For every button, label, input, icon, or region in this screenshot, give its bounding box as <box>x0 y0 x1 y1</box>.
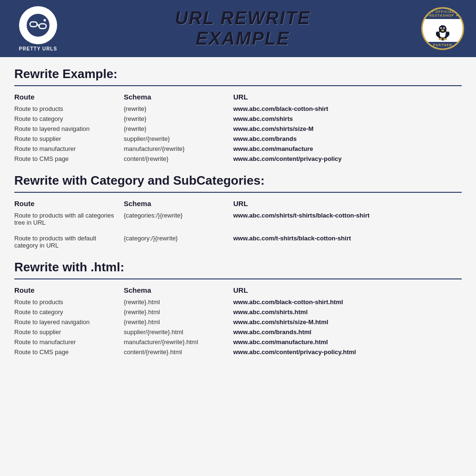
table-row: Route to layered navigation{rewrite}www.… <box>14 124 462 134</box>
schema-cell: {category:/}{rewrite} <box>124 230 233 250</box>
col-2-header-route: Route <box>14 198 124 210</box>
section-rewrite-html: Rewrite with .html: Route Schema URL Rou… <box>14 260 462 357</box>
route-cell: Route to category <box>14 307 124 317</box>
url-cell: www.abc.com/black-cotton-shirt.html <box>233 297 462 307</box>
col-2-header-url: URL <box>233 198 462 210</box>
route-cell: Route to products <box>14 104 124 114</box>
route-cell: Route to manufacturer <box>14 144 124 154</box>
url-cell: www.abc.com/shirts/t-shirts/black-cotton… <box>233 210 462 230</box>
route-cell: Route to supplier <box>14 327 124 337</box>
schema-cell: {rewrite}.html <box>124 297 233 307</box>
schema-cell: manufacturer/{rewrite} <box>124 144 233 154</box>
main-title: URL REWRITE EXAMPLE <box>67 8 419 49</box>
col-3-header-schema: Schema <box>124 284 233 297</box>
partner-badge: ✦ OFFICIAL PRESTASHOP ✦ ✦ PARTNER <box>419 5 466 52</box>
section-2-title: Rewrite with Category and SubCategories: <box>14 173 462 188</box>
col-3-header-route: Route <box>14 284 124 297</box>
section-rewrite-category: Rewrite with Category and SubCategories:… <box>14 173 462 250</box>
section-3-divider <box>14 278 462 279</box>
section-1-table: Route Schema URL Route to products{rewri… <box>14 91 462 164</box>
svg-point-12 <box>441 30 444 31</box>
url-cell: www.abc.com/content/privacy-policy <box>233 154 462 164</box>
route-cell: Route to CMS page <box>14 154 124 164</box>
url-cell: www.abc.com/content/privacy-policy.html <box>233 347 462 357</box>
route-cell: Route to products <box>14 297 124 307</box>
col-3-header-url: URL <box>233 284 462 297</box>
url-cell: www.abc.com/shirts/size-M <box>233 124 462 134</box>
schema-cell: manufacturer/{rewrite}.html <box>124 337 233 347</box>
schema-cell: {rewrite}.html <box>124 317 233 327</box>
svg-point-15 <box>438 38 442 40</box>
schema-cell: supplier/{rewrite} <box>124 134 233 144</box>
logo-area: PRETTY URLS <box>10 6 67 51</box>
url-cell: www.abc.com/shirts/size-M.html <box>233 317 462 327</box>
table-row: Route to products with all categories tr… <box>14 210 462 230</box>
badge-mascot <box>432 21 454 43</box>
url-cell: www.abc.com/t-shirts/black-cotton-shirt <box>233 230 462 250</box>
url-cell: www.abc.com/manufacture.html <box>233 337 462 347</box>
section-1-title: Rewrite Example: <box>14 67 462 81</box>
route-cell: Route to supplier <box>14 134 124 144</box>
url-cell: www.abc.com/brands.html <box>233 327 462 337</box>
logo-icon <box>26 13 50 37</box>
table-row: Route to manufacturermanufacturer/{rewri… <box>14 144 462 154</box>
logo-text: PRETTY URLS <box>19 46 57 51</box>
route-cell: Route to products with all categories tr… <box>14 210 124 230</box>
table-2-header-row: Route Schema URL <box>14 198 462 210</box>
header: PRETTY URLS URL REWRITE EXAMPLE ✦ OFFICI… <box>0 0 476 57</box>
url-cell: www.abc.com/shirts <box>233 114 462 124</box>
col-header-route: Route <box>14 91 124 104</box>
table-row: Route to products with default category … <box>14 230 462 250</box>
content: Rewrite Example: Route Schema URL Route … <box>0 57 476 376</box>
table-row: Route to category{rewrite}.htmlwww.abc.c… <box>14 307 462 317</box>
section-1-divider <box>14 85 462 86</box>
svg-point-7 <box>439 25 446 33</box>
route-cell: Route to CMS page <box>14 347 124 357</box>
schema-cell: {rewrite} <box>124 114 233 124</box>
table-row: Route to CMS pagecontent/{rewrite}www.ab… <box>14 154 462 164</box>
svg-point-11 <box>444 28 445 29</box>
table-3-header-row: Route Schema URL <box>14 284 462 297</box>
url-cell: www.abc.com/brands <box>233 134 462 144</box>
schema-cell: {rewrite} <box>124 104 233 114</box>
url-cell: www.abc.com/manufacture <box>233 144 462 154</box>
schema-cell: {rewrite}.html <box>124 307 233 317</box>
table-row: Route to manufacturermanufacturer/{rewri… <box>14 337 462 347</box>
header-title: URL REWRITE EXAMPLE <box>67 8 419 49</box>
col-2-header-schema: Schema <box>124 198 233 210</box>
table-row: Route to products{rewrite}.htmlwww.abc.c… <box>14 297 462 307</box>
route-cell: Route to manufacturer <box>14 337 124 347</box>
url-cell: www.abc.com/black-cotton-shirt <box>233 104 462 114</box>
col-header-schema: Schema <box>124 91 233 104</box>
svg-point-16 <box>443 38 447 40</box>
schema-cell: {categories:/}{rewrite} <box>124 210 233 230</box>
table-row: Route to suppliersupplier/{rewrite}.html… <box>14 327 462 337</box>
table-header-row: Route Schema URL <box>14 91 462 104</box>
section-2-divider <box>14 192 462 193</box>
svg-point-10 <box>441 28 442 29</box>
schema-cell: content/{rewrite} <box>124 154 233 164</box>
page: PRETTY URLS URL REWRITE EXAMPLE ✦ OFFICI… <box>0 0 476 476</box>
logo-box <box>19 6 57 44</box>
table-row: Route to products{rewrite}www.abc.com/bl… <box>14 104 462 114</box>
section-3-title: Rewrite with .html: <box>14 260 462 275</box>
route-cell: Route to category <box>14 114 124 124</box>
route-cell: Route to products with default category … <box>14 230 124 250</box>
badge-top-text: ✦ OFFICIAL PRESTASHOP ✦ <box>423 9 463 19</box>
route-cell: Route to layered navigation <box>14 124 124 134</box>
badge-bottom-text: ✦ PARTNER ✦ <box>423 42 463 49</box>
section-rewrite-example: Rewrite Example: Route Schema URL Route … <box>14 67 462 164</box>
table-row: Route to suppliersupplier/{rewrite}www.a… <box>14 134 462 144</box>
table-row: Route to category{rewrite}www.abc.com/sh… <box>14 114 462 124</box>
schema-cell: {rewrite} <box>124 124 233 134</box>
table-row: Route to layered navigation{rewrite}.htm… <box>14 317 462 327</box>
route-cell: Route to layered navigation <box>14 317 124 327</box>
schema-cell: content/{rewrite}.html <box>124 347 233 357</box>
col-header-url: URL <box>233 91 462 104</box>
section-3-table: Route Schema URL Route to products{rewri… <box>14 284 462 357</box>
table-row: Route to CMS pagecontent/{rewrite}.htmlw… <box>14 347 462 357</box>
url-cell: www.abc.com/shirts.html <box>233 307 462 317</box>
schema-cell: supplier/{rewrite}.html <box>124 327 233 337</box>
section-2-table: Route Schema URL Route to products with … <box>14 198 462 250</box>
badge-circle: ✦ OFFICIAL PRESTASHOP ✦ ✦ PARTNER <box>421 7 464 50</box>
